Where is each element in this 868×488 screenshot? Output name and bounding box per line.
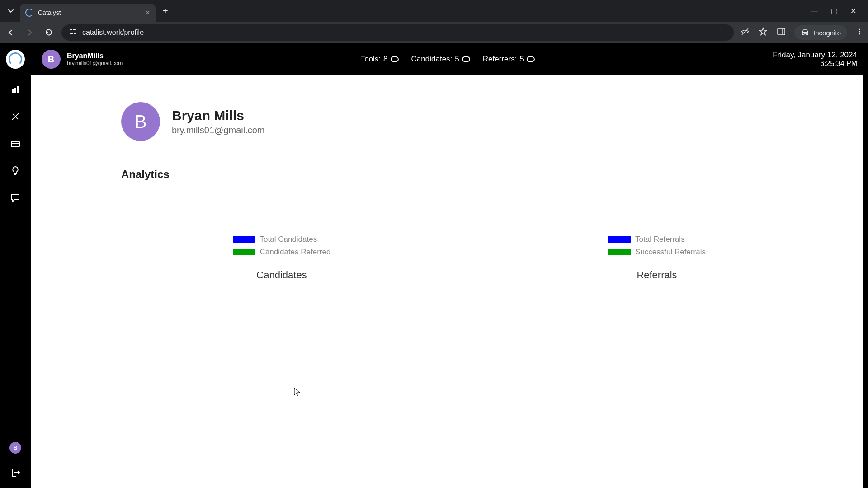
topbar-avatar: B xyxy=(42,50,61,69)
chart-referrals-legend: Total Referrals Successful Referrals xyxy=(608,235,706,257)
sidebar-bulb-icon[interactable] xyxy=(9,164,22,177)
stat-referrers[interactable]: Referrers: 5 xyxy=(483,55,535,64)
tab-search-dropdown[interactable] xyxy=(4,4,18,18)
incognito-label: Incognito xyxy=(813,29,841,37)
topbar-email: bry.mills01@gmail.com xyxy=(67,60,123,66)
tab-title: Catalyst xyxy=(38,9,141,16)
svg-rect-12 xyxy=(17,86,19,93)
browser-menu-icon[interactable] xyxy=(855,28,863,38)
chart-candidates: Total Candidates Candidates Referred Can… xyxy=(121,235,442,281)
charts-row: Total Candidates Candidates Referred Can… xyxy=(121,235,817,281)
legend-item: Successful Referrals xyxy=(608,248,706,257)
topbar-time: 6:25:34 PM xyxy=(773,60,857,68)
legend-swatch-blue xyxy=(608,236,631,243)
bookmark-star-icon[interactable] xyxy=(758,27,768,38)
profile-name: Bryan Mills xyxy=(172,108,265,123)
topbar-datetime: Friday, January 12, 2024 6:25:34 PM xyxy=(773,51,857,68)
legend-swatch-green xyxy=(233,249,255,255)
cursor-icon xyxy=(294,388,301,399)
chart-referrals: Total Referrals Successful Referrals Ref… xyxy=(496,235,817,281)
tab-favicon-icon xyxy=(25,9,33,17)
sidebar-chat-icon[interactable] xyxy=(9,192,22,204)
profile-email: bry.mills01@gmail.com xyxy=(172,125,265,136)
forward-button[interactable] xyxy=(24,26,36,39)
legend-swatch-blue xyxy=(233,236,255,243)
address-bar: catalist.work/profile Incognito xyxy=(0,22,868,43)
url-text: catalist.work/profile xyxy=(82,28,144,37)
maximize-button[interactable]: ▢ xyxy=(831,7,838,15)
back-button[interactable] xyxy=(5,26,17,39)
topbar-date: Friday, January 12, 2024 xyxy=(773,51,857,60)
stat-candidates[interactable]: Candidates: 5 xyxy=(411,55,470,64)
close-window-button[interactable]: ✕ xyxy=(850,7,856,15)
browser-tab-bar: Catalyst × + — ▢ ✕ xyxy=(0,0,868,22)
coin-icon xyxy=(391,56,399,62)
svg-point-9 xyxy=(859,33,860,35)
minimize-button[interactable]: — xyxy=(811,7,818,15)
browser-tab[interactable]: Catalyst × xyxy=(20,4,156,22)
svg-rect-13 xyxy=(11,141,19,147)
coin-icon xyxy=(527,56,535,62)
chart-referrals-title: Referrals xyxy=(637,269,677,281)
app-topbar: B BryanMills bry.mills01@gmail.com Tools… xyxy=(31,43,868,75)
sidebar-analytics-icon[interactable] xyxy=(9,83,22,96)
svg-point-8 xyxy=(859,31,860,33)
chart-candidates-title: Candidates xyxy=(256,269,307,281)
new-tab-button[interactable]: + xyxy=(163,6,168,16)
sidebar-avatar[interactable]: B xyxy=(9,442,21,454)
incognito-badge[interactable]: Incognito xyxy=(794,25,847,40)
svg-rect-2 xyxy=(70,33,73,34)
legend-item: Candidates Referred xyxy=(233,248,331,257)
profile-header: B Bryan Mills bry.mills01@gmail.com xyxy=(121,102,817,141)
topbar-user[interactable]: B BryanMills bry.mills01@gmail.com xyxy=(42,50,123,69)
svg-rect-10 xyxy=(12,89,14,93)
svg-rect-0 xyxy=(70,29,72,30)
svg-rect-5 xyxy=(778,28,785,35)
analytics-title: Analytics xyxy=(121,168,817,181)
reload-button[interactable] xyxy=(42,26,55,39)
svg-rect-3 xyxy=(74,33,76,34)
legend-item: Total Referrals xyxy=(608,235,706,244)
legend-item: Total Candidates xyxy=(233,235,331,244)
chart-candidates-legend: Total Candidates Candidates Referred xyxy=(233,235,331,257)
incognito-icon xyxy=(801,28,810,37)
site-settings-icon[interactable] xyxy=(69,28,77,38)
coin-icon xyxy=(462,56,470,62)
svg-rect-11 xyxy=(14,88,16,93)
profile-avatar: B xyxy=(121,102,160,141)
svg-rect-1 xyxy=(73,29,76,30)
topbar-stats: Tools: 8 Candidates: 5 Referrers: 5 xyxy=(361,55,535,64)
topbar-username: BryanMills xyxy=(67,52,123,60)
url-box[interactable]: catalist.work/profile xyxy=(61,24,734,41)
stat-tools[interactable]: Tools: 8 xyxy=(361,55,399,64)
app-sidebar: B xyxy=(0,43,31,488)
sidebar-logout-icon[interactable] xyxy=(9,466,22,479)
app-logo[interactable] xyxy=(6,50,25,69)
svg-point-7 xyxy=(859,29,860,30)
sidepanel-icon[interactable] xyxy=(776,27,786,38)
sidebar-card-icon[interactable] xyxy=(9,137,22,150)
close-tab-icon[interactable]: × xyxy=(145,8,150,18)
window-controls: — ▢ ✕ xyxy=(811,7,864,15)
sidebar-tools-icon[interactable] xyxy=(9,110,22,123)
page-content: B Bryan Mills bry.mills01@gmail.com Anal… xyxy=(31,75,868,488)
eye-off-icon[interactable] xyxy=(740,27,750,38)
legend-swatch-green xyxy=(608,249,631,255)
svg-line-4 xyxy=(742,28,748,35)
